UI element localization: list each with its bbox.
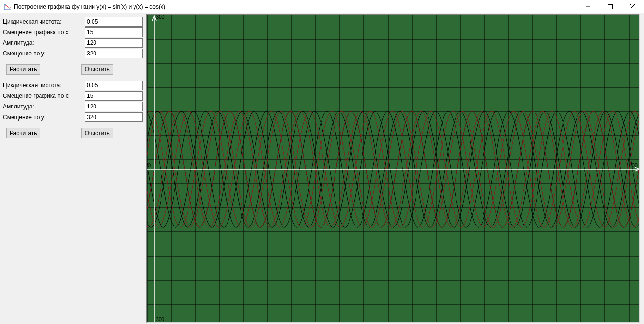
- button-row-2: Расчитать Очистить: [0, 122, 145, 144]
- window-title: Построение графика функции y(x) = sin(x)…: [14, 3, 165, 10]
- label-freq-1: Цикдическая чистота:: [0, 17, 85, 27]
- label-freq-2: Цикдическая чистота:: [0, 81, 85, 90]
- label-amp-2: Амплитуда:: [0, 102, 85, 111]
- label-shifty-1: Смещение по y:: [0, 49, 85, 58]
- input-shifty-1[interactable]: [85, 49, 143, 58]
- canvas-area: 300 -300 0 1000: [145, 13, 644, 324]
- app-icon: [3, 3, 11, 11]
- svg-rect-1: [608, 4, 613, 9]
- form-block-2: Цикдическая чистота: Смещение графика по…: [0, 81, 145, 122]
- window-controls: [577, 0, 644, 13]
- minimize-button[interactable]: [577, 0, 599, 13]
- input-shifty-2[interactable]: [85, 112, 143, 122]
- maximize-button[interactable]: [599, 0, 621, 13]
- label-shifty-2: Смещение по y:: [0, 112, 85, 122]
- sidebar: Цикдическая чистота: Смещение графика по…: [0, 13, 145, 324]
- app-window: Построение графика функции y(x) = sin(x)…: [0, 0, 644, 324]
- input-freq-1[interactable]: [85, 17, 143, 27]
- close-button[interactable]: [621, 0, 644, 13]
- clear-button-2[interactable]: Очистить: [81, 128, 113, 138]
- app-body: Цикдическая чистота: Смещение графика по…: [0, 13, 644, 324]
- label-shiftx-2: Смещение графика по x:: [0, 91, 85, 101]
- titlebar: Построение графика функции y(x) = sin(x)…: [0, 0, 644, 13]
- clear-button-1[interactable]: Очистить: [81, 64, 113, 75]
- plot-canvas: 300 -300 0 1000: [146, 14, 640, 323]
- calculate-button-1[interactable]: Расчитать: [6, 64, 40, 75]
- label-amp-1: Амплитуда:: [0, 38, 85, 48]
- input-shiftx-2[interactable]: [85, 91, 143, 101]
- input-amp-2[interactable]: [85, 102, 143, 111]
- input-freq-2[interactable]: [85, 81, 143, 90]
- input-amp-1[interactable]: [85, 38, 143, 48]
- label-shiftx-1: Смещение графика по x:: [0, 27, 85, 37]
- form-block-1: Цикдическая чистота: Смещение графика по…: [0, 17, 145, 58]
- button-row-1: Расчитать Очистить: [0, 58, 145, 81]
- input-shiftx-1[interactable]: [85, 27, 143, 37]
- calculate-button-2[interactable]: Расчитать: [6, 128, 40, 138]
